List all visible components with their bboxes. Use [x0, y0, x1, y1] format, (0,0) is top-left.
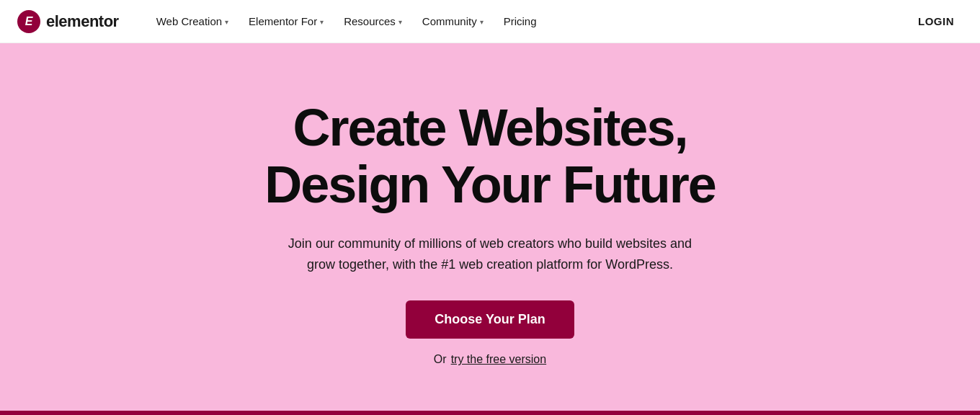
logo[interactable]: E elementor: [17, 10, 119, 33]
nav-menu: Web Creation ▾ Elementor For ▾ Resources…: [148, 9, 909, 33]
hero-title: Create Websites, Design Your Future: [264, 99, 715, 213]
hero-subtitle: Join our community of millions of web cr…: [281, 233, 699, 275]
login-button[interactable]: LOGIN: [909, 9, 963, 33]
logo-icon: E: [17, 10, 40, 33]
nav-item-elementor-for[interactable]: Elementor For ▾: [240, 9, 332, 33]
chevron-down-icon: ▾: [480, 18, 484, 26]
chevron-down-icon: ▾: [225, 18, 228, 26]
nav-item-pricing[interactable]: Pricing: [495, 9, 545, 33]
navbar: E elementor Web Creation ▾ Elementor For…: [0, 0, 980, 43]
nav-item-web-creation[interactable]: Web Creation ▾: [148, 9, 237, 33]
choose-plan-button[interactable]: Choose Your Plan: [406, 300, 574, 339]
logo-name: elementor: [46, 12, 119, 31]
hero-secondary-text: Or try the free version: [434, 353, 546, 366]
chevron-down-icon: ▾: [320, 18, 324, 26]
free-version-link[interactable]: try the free version: [451, 353, 547, 366]
nav-item-resources[interactable]: Resources ▾: [335, 9, 411, 33]
hero-section: Create Websites, Design Your Future Join…: [0, 43, 980, 415]
bottom-accent-bar: [0, 411, 980, 415]
chevron-down-icon: ▾: [398, 18, 402, 26]
nav-item-community[interactable]: Community ▾: [414, 9, 492, 33]
